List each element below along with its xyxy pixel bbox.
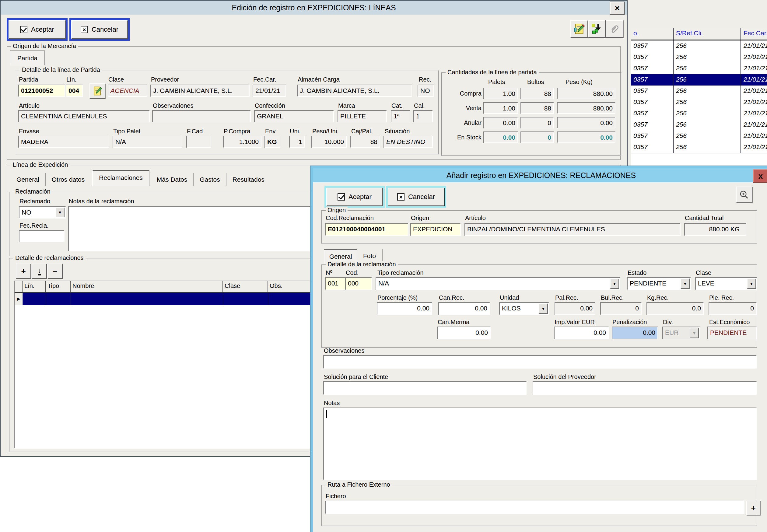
pierec-field[interactable]: 0 — [709, 302, 757, 315]
estado-select[interactable]: PENDIENTE ▼ — [627, 277, 691, 290]
insert-reclamacion-button[interactable]: ↓ — [32, 264, 47, 279]
situacion-field[interactable]: EN DESTINO — [383, 136, 433, 148]
cajpal-field[interactable]: 88 — [350, 136, 380, 148]
pcompra-field[interactable]: 1.1000 — [223, 136, 261, 148]
anular-palets[interactable]: 0.00 — [483, 117, 518, 128]
tab-gastos[interactable]: Gastos — [194, 173, 226, 186]
confeccion-field[interactable]: GRANEL — [254, 110, 334, 122]
chevron-down-icon[interactable]: ▼ — [55, 208, 65, 217]
enstock-palets[interactable]: 0.00 — [483, 131, 518, 143]
grid-header-col1[interactable]: o. — [631, 28, 674, 40]
venta-peso[interactable]: 880.00 — [557, 102, 615, 114]
compra-peso[interactable]: 880.00 — [557, 88, 615, 99]
canmerma-field[interactable]: 0.00 — [437, 327, 491, 339]
canrec-field[interactable]: 0.00 — [438, 302, 490, 315]
kgrec-field[interactable]: 0.0 — [646, 302, 704, 315]
tab-resultados[interactable]: Resultados — [226, 173, 271, 186]
tab-mas-datos[interactable]: Más Datos — [151, 173, 194, 186]
table-row[interactable]: 0357 256 21/01/21 — [631, 40, 767, 52]
clase-field[interactable]: AGENCIA — [108, 85, 147, 97]
table-row[interactable]: 0357 256 21/01/21 — [631, 52, 767, 63]
impvalor-field[interactable]: 0.00 — [554, 327, 609, 339]
tab-partida[interactable]: Partida — [10, 51, 45, 66]
table-row[interactable]: 0357 256 21/01/21 — [631, 131, 767, 142]
almacen-field[interactable]: J. GAMBIN ALICANTE, S.L. — [297, 85, 412, 97]
col-lin[interactable]: Lín. — [23, 281, 46, 292]
col-tipo[interactable]: Tipo — [46, 281, 71, 292]
observaciones-field[interactable] — [323, 355, 757, 369]
delete-reclamacion-button[interactable]: − — [47, 264, 63, 279]
marca-field[interactable]: PILLETE — [338, 110, 387, 122]
rec-field[interactable]: NO — [418, 85, 434, 97]
chevron-down-icon[interactable]: ▼ — [681, 278, 690, 289]
col-nombre[interactable]: Nombre — [71, 281, 223, 292]
cancel-button[interactable]: × Cancelar — [71, 20, 128, 39]
uni-field[interactable]: 1 — [289, 136, 305, 148]
chevron-down-icon[interactable]: ▼ — [747, 278, 756, 289]
num-field[interactable]: 001 — [325, 277, 346, 290]
cal-field[interactable]: 1 — [413, 110, 433, 122]
porcentaje-field[interactable]: 0.00 — [377, 302, 432, 315]
table-row[interactable]: 0357 256 21/01/21 — [631, 63, 767, 75]
table-row[interactable]: 0357 256 21/01/21 — [631, 142, 767, 153]
cancel-button[interactable]: × Cancelar — [388, 188, 444, 206]
browse-file-button[interactable]: + — [746, 501, 760, 515]
pesouni-field[interactable]: 10.000 — [311, 136, 347, 148]
table-row-selected[interactable]: 0357 256 21/01/21 — [631, 74, 767, 86]
fcad-field[interactable] — [186, 136, 211, 148]
venta-bultos[interactable]: 88 — [520, 102, 554, 114]
accept-button[interactable]: Aceptar — [9, 20, 66, 39]
col-clase[interactable]: Clase — [223, 281, 268, 292]
solucion-cliente-field[interactable] — [323, 381, 527, 395]
tab-otros-datos[interactable]: Otros datos — [46, 173, 91, 186]
attachment-button[interactable] — [606, 20, 623, 38]
clase-select[interactable]: LEVE ▼ — [695, 277, 757, 290]
reclamado-select[interactable]: NO ▼ — [19, 206, 66, 219]
table-row[interactable]: 0357 256 21/01/21 — [631, 97, 767, 108]
table-row[interactable]: 0357 256 21/01/21 — [631, 108, 767, 120]
compra-palets[interactable]: 1.00 — [483, 88, 518, 99]
tab-reclamaciones[interactable]: Reclamaciones — [92, 170, 149, 186]
venta-palets[interactable]: 1.00 — [483, 102, 518, 114]
penalizacion-field[interactable]: 0.00 — [612, 327, 658, 339]
anular-peso[interactable]: 0.00 — [557, 117, 615, 128]
cantidad-total-field[interactable]: 880.00 KG — [684, 223, 746, 236]
notas-textarea[interactable] — [323, 408, 757, 480]
table-row[interactable]: 0357 256 21/01/21 — [631, 86, 767, 97]
table-row[interactable]: 0357 256 21/01/21 — [631, 119, 767, 131]
env-field[interactable]: KG — [264, 136, 280, 148]
grid-header-col3[interactable]: Fec.Car. — [741, 28, 767, 40]
zoom-button[interactable] — [736, 187, 752, 203]
tab-general[interactable]: General — [10, 173, 46, 186]
enstock-peso[interactable]: 0.00 — [557, 131, 615, 143]
close-button[interactable]: x — [753, 169, 767, 183]
add-reclamacion-button[interactable]: + — [16, 264, 31, 279]
envase-field[interactable]: MADERA — [18, 136, 109, 148]
origen-field[interactable]: EXPEDICION — [410, 223, 461, 236]
esteco-field[interactable]: PENDIENTE — [707, 327, 757, 339]
accept-button[interactable]: Aceptar — [326, 188, 383, 206]
compra-bultos[interactable]: 88 — [520, 88, 554, 99]
fec-recla-field[interactable] — [19, 230, 65, 242]
solucion-proveedor-field[interactable] — [533, 381, 757, 395]
cat-field[interactable]: 1ª — [391, 110, 410, 122]
grid-header-col2[interactable]: S/Ref.Cli. — [674, 28, 741, 40]
fichero-field[interactable] — [325, 501, 744, 514]
bulrec-field[interactable]: 0 — [600, 302, 642, 315]
edit-note-button[interactable] — [570, 20, 588, 38]
feccar-field[interactable]: 21/01/21 — [253, 85, 286, 97]
articulo-field[interactable]: CLEMENTINA CLEMENULES — [18, 110, 150, 122]
tipo-palet-field[interactable]: N/A — [113, 136, 182, 148]
cod-reclamacion-field[interactable]: E012100040004001 — [325, 223, 408, 236]
proveedor-field[interactable]: J. GAMBIN ALICANTE, S.L. — [150, 85, 250, 97]
palrec-field[interactable]: 0.00 — [555, 302, 595, 315]
articulo-field[interactable]: BIN2AL/DOMINO/CLEMENTINA CLEMENULES — [464, 223, 681, 236]
chevron-down-icon[interactable]: ▼ — [539, 303, 548, 314]
close-button[interactable]: × — [610, 2, 625, 15]
unidad-select[interactable]: KILOS ▼ — [499, 302, 549, 315]
lin-field[interactable]: 004 — [66, 85, 83, 97]
cod-field[interactable]: 000 — [345, 277, 372, 290]
edit-partida-button[interactable] — [89, 83, 105, 99]
tipo-reclamacion-select[interactable]: N/A ▼ — [376, 277, 620, 290]
chevron-down-icon[interactable]: ▼ — [610, 278, 619, 289]
